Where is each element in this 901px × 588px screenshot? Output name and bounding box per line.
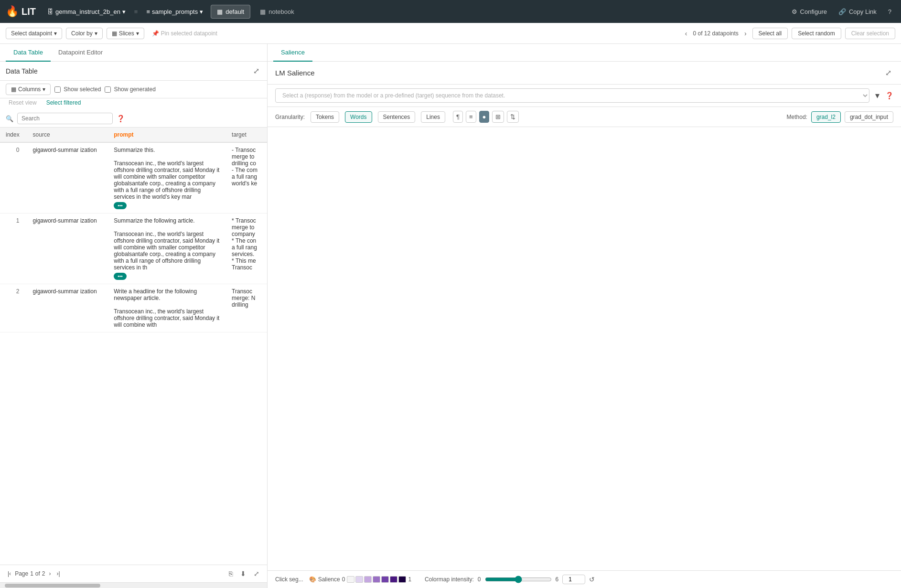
col-index: index [0,128,27,142]
method-label: Method: [787,114,807,120]
select-filtered-btn[interactable]: Select filtered [43,98,84,107]
color-by-arrow: ▾ [95,30,97,37]
colormap-box-1 [355,576,363,583]
gran-sentences-btn[interactable]: Sentences [378,111,416,123]
gran-para-icon-btn[interactable]: ¶ [453,111,463,123]
salience-select-arrow[interactable]: ▾ [873,89,881,102]
expand-btn[interactable]: ⤢ [251,65,261,76]
pin-btn[interactable]: 📌 Pin selected datapoint [148,28,221,39]
clear-selection-btn[interactable]: Clear selection [845,28,895,39]
expand-prompt-1[interactable]: ••• [114,273,127,280]
colormap-boxes [347,576,406,583]
search-help-icon[interactable]: ❓ [117,115,125,122]
reset-intensity-btn[interactable]: ↺ [589,576,595,583]
cell-prompt-1: Summarize the following article. Transoc… [108,214,226,284]
slices-btn[interactable]: ▦ Slices ▾ [107,28,144,39]
reset-view-btn[interactable]: Reset view [6,98,40,107]
colormap-icon: 🎨 [309,576,316,583]
salience-sequence-select[interactable]: Select a (response) from the model or a … [275,88,869,103]
tab-salience[interactable]: Salience [273,44,312,62]
table-row[interactable]: 1 gigaword-summar ization Summarize the … [0,214,267,284]
database-icon: 🗄 [47,8,54,15]
current-page: 1 [30,570,33,577]
select-datapoint-btn[interactable]: Select datapoint ▾ [6,28,62,39]
salience-help-icon[interactable]: ❓ [885,92,893,99]
right-panel-tabs: Salience [268,44,901,62]
last-page-btn[interactable]: ›| [55,569,62,578]
data-table-container: Data Table ⤢ ▦ Columns ▾ Show selected S… [0,62,267,588]
table-row[interactable]: 0 gigaword-summar ization Summarize this… [0,142,267,214]
configure-btn[interactable]: ⚙ Configure [788,6,831,17]
show-generated-checkbox[interactable] [105,86,111,93]
cell-source-0: gigaword-summar ization [27,142,108,214]
salience-max-label: 1 [408,576,411,583]
page-actions: ⎘ ⬇ ⤢ [227,569,261,578]
cell-prompt-0: Summarize this. Transocean inc., the wor… [108,142,226,214]
click-seg-label: Click seg... [275,576,303,583]
default-tab-btn[interactable]: ▦ default [211,5,250,19]
dataset-dropdown[interactable]: ≡ sample_prompts ▾ [142,6,207,17]
dataset-icon: ≡ [146,8,150,15]
colormap-box-0 [347,576,354,583]
salience-expand-btn[interactable]: ⤢ [883,67,893,78]
right-panel: Salience LM Salience ⤢ Select a (respons… [268,44,901,588]
model-dropdown[interactable]: 🗄 gemma_instruct_2b_en ▾ [43,6,129,17]
granularity-label: Granularity: [275,114,305,120]
intensity-input[interactable] [562,575,585,584]
first-page-btn[interactable]: |‹ [6,569,13,578]
table-header-row: index source prompt target [0,128,267,142]
tab-datapoint-editor[interactable]: Datapoint Editor [51,44,110,62]
gran-tokens-btn[interactable]: Tokens [311,111,339,123]
slices-arrow: ▾ [136,30,139,37]
expand-prompt-0[interactable]: ••• [114,202,127,209]
next-datapoint-btn[interactable]: › [742,29,749,38]
data-table-toolbar-2: Reset view Select filtered [0,98,267,110]
notebook-tab-btn[interactable]: ▦ notebook [254,5,300,18]
columns-label: Columns [18,86,41,93]
color-by-btn[interactable]: Color by ▾ [66,28,103,39]
colormap-box-3 [373,576,380,583]
gran-lines-btn[interactable]: Lines [421,111,445,123]
data-table: index source prompt target 0 gigaword-su… [0,128,267,332]
columns-btn[interactable]: ▦ Columns ▾ [6,84,51,95]
bottom-bar: Click seg... 🎨 Salience 0 1 [268,570,901,588]
gear-icon: ⚙ [792,8,797,15]
tab-data-table[interactable]: Data Table [6,44,51,62]
method-section: Method: grad_l2 grad_dot_input [787,111,893,123]
next-page-btn[interactable]: › [47,569,53,578]
gran-list-icon-btn[interactable]: ≡ [466,111,476,123]
show-selected-label[interactable]: Show selected [54,86,101,93]
method-grad-dot-btn[interactable]: grad_dot_input [845,111,893,123]
cell-source-1: gigaword-summar ization [27,214,108,284]
method-grad-l2-btn[interactable]: grad_l2 [811,111,841,123]
copy-link-btn[interactable]: 🔗 Copy Link [835,6,880,17]
select-random-btn[interactable]: Select random [792,28,841,39]
select-all-btn[interactable]: Select all [752,28,788,39]
colormap-intensity: Colormap intensity: 0 6 ↺ [425,575,595,584]
help-btn[interactable]: ? [884,6,895,17]
select-all-label: Select all [759,30,782,37]
prev-datapoint-btn[interactable]: ‹ [683,29,689,38]
search-row: 🔍 ❓ [0,110,267,128]
table-row[interactable]: 2 gigaword-summar ization Write a headli… [0,284,267,332]
gran-words-btn[interactable]: Words [345,111,372,123]
h-scroll-bar[interactable] [0,582,267,588]
intensity-slider[interactable] [485,576,552,583]
download-table-btn[interactable]: ⬇ [238,569,248,578]
search-input[interactable] [17,113,113,124]
select-datapoint-arrow: ▾ [54,30,57,37]
page-label: Page [15,570,28,577]
gran-slider-icon-btn[interactable]: ⇅ [507,111,519,123]
gran-circle-icon-btn[interactable]: ● [479,111,490,123]
cell-target-2: Transocmerge: Ndrilling [226,284,267,332]
show-generated-label[interactable]: Show generated [105,86,155,93]
show-selected-checkbox[interactable] [54,86,61,93]
app-logo: 🔥 LIT [6,5,36,18]
salience-min-label: 0 [342,576,345,583]
gran-grid-icon-btn[interactable]: ⊞ [492,111,504,123]
columns-arrow: ▾ [43,86,45,93]
copy-table-btn[interactable]: ⎘ [227,569,235,578]
color-by-label: Color by [71,30,93,37]
expand-table-btn[interactable]: ⤢ [252,569,261,578]
cell-prompt-2: Write a headline for the following newsp… [108,284,226,332]
